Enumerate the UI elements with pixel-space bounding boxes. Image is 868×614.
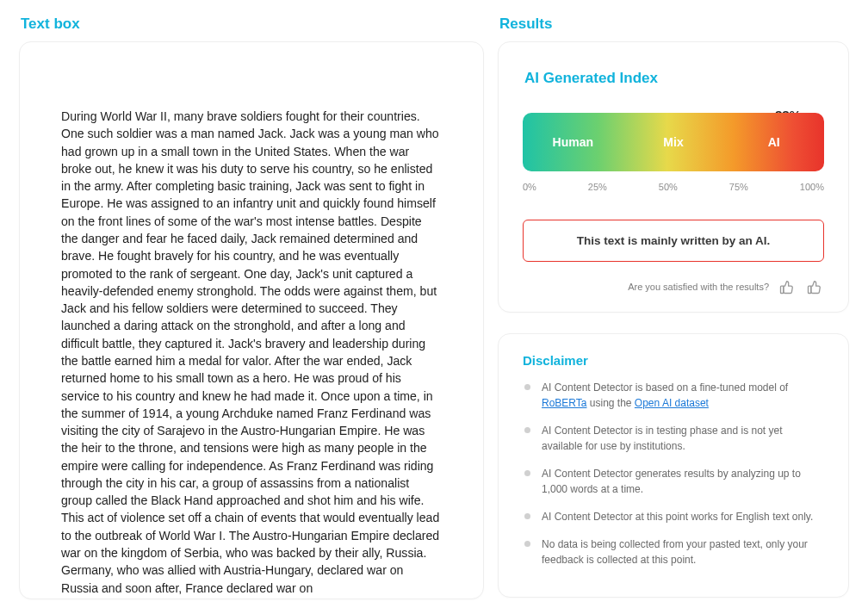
results-title: Results — [499, 16, 849, 33]
disclaimer-list: AI Content Detector is based on a fine-t… — [523, 380, 824, 567]
textbox-column: Text box During World War II, many brave… — [19, 10, 484, 599]
disclaimer-item-4: AI Content Detector at this point works … — [523, 509, 824, 524]
thumbs-down-icon[interactable] — [778, 277, 797, 296]
disclaimer-item-3: AI Content Detector generates results by… — [523, 466, 824, 497]
axis-75: 75% — [729, 182, 748, 192]
feedback-row: Are you satisfied with the results? — [523, 277, 824, 296]
disclaimer-item-1: AI Content Detector is based on a fine-t… — [523, 380, 824, 411]
results-column: Results AI Generated Index 88% Human Mix… — [498, 10, 849, 599]
svg-rect-0 — [781, 286, 784, 293]
ai-index-heading: AI Generated Index — [524, 70, 824, 87]
thumbs-up-icon[interactable] — [805, 277, 824, 296]
axis-25: 25% — [588, 182, 607, 192]
disclaimer-item-5: No data is being collected from your pas… — [523, 536, 824, 567]
axis-50: 50% — [659, 182, 678, 192]
disclaimer-card: Disclaimer AI Content Detector is based … — [498, 333, 849, 598]
textbox-content[interactable]: During World War II, many brave soldiers… — [61, 108, 442, 597]
svg-rect-1 — [809, 286, 811, 293]
disclaimer-text: using the — [586, 397, 634, 409]
feedback-prompt: Are you satisfied with the results? — [628, 282, 769, 292]
results-card: AI Generated Index 88% Human Mix AI 0% 2… — [498, 41, 849, 313]
disclaimer-item-2: AI Content Detector is in testing phase … — [523, 423, 824, 454]
verdict-box: This text is mainly written by an AI. — [523, 220, 824, 262]
openai-dataset-link[interactable]: Open AI dataset — [635, 397, 709, 409]
textbox-title: Text box — [21, 16, 484, 33]
ai-index-gauge: 88% Human Mix AI 0% 25% 50% 75% 100% — [523, 113, 824, 192]
gauge-axis: 0% 25% 50% 75% 100% — [523, 182, 824, 192]
disclaimer-heading: Disclaimer — [523, 353, 824, 368]
gauge-label-ai: AI — [723, 135, 824, 149]
textbox-card[interactable]: During World War II, many brave soldiers… — [19, 41, 484, 599]
roberta-link[interactable]: RoBERTa — [542, 397, 586, 409]
axis-0: 0% — [523, 182, 536, 192]
gauge-bar: Human Mix AI — [523, 113, 824, 171]
gauge-label-mix: Mix — [623, 135, 724, 149]
gauge-label-human: Human — [523, 135, 623, 149]
axis-100: 100% — [800, 182, 824, 192]
disclaimer-text: AI Content Detector is based on a fine-t… — [542, 381, 788, 394]
